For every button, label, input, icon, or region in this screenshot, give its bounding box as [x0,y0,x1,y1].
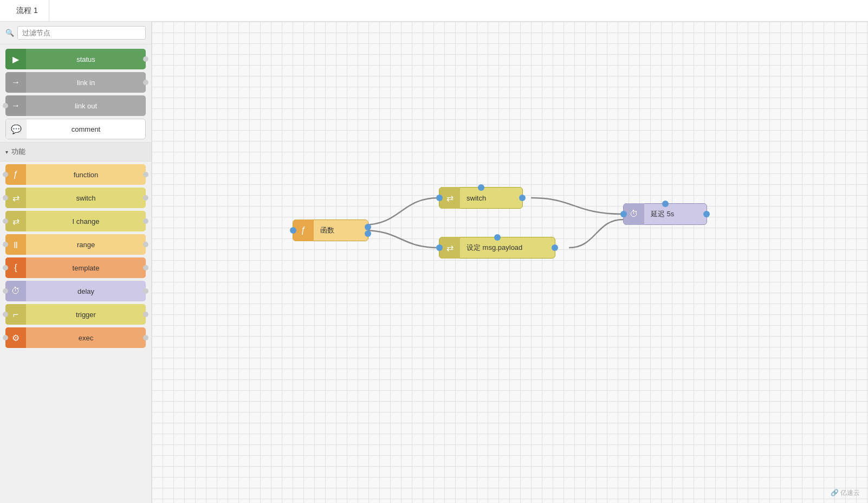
hanshu-port-right[interactable] [365,224,371,230]
hanshu-port-left[interactable] [290,227,296,234]
sidebar-item-change[interactable]: ⇄ I change [5,211,146,231]
change-canvas-label: 设定 msg.payload [460,243,529,253]
sidebar-item-delay[interactable]: ⏱ delay [5,281,146,301]
status-icon: ▶ [5,49,26,69]
sidebar: 🔍 ▶ status → link in → link out 💬 commen… [0,22,152,503]
sidebar-item-label: exec [26,334,146,342]
search-bar: 🔍 [0,22,151,44]
port-right [143,288,148,294]
sidebar-item-label: delay [26,287,146,295]
port-left [3,335,8,340]
port-left [3,103,8,108]
comment-icon: 💬 [6,119,27,139]
port-right [143,172,148,177]
watermark: 🔗 亿速云 [831,488,860,498]
link-out-icon: → [5,95,26,116]
port-left [3,242,8,247]
switch-port-top[interactable] [478,184,484,191]
template-icon: { [5,257,26,278]
sidebar-item-label: link in [26,79,146,87]
hanshu-label: 函数 [314,225,341,235]
watermark-icon: 🔗 [831,489,839,496]
flow-node-change[interactable]: ⇄ 设定 msg.payload [439,237,555,259]
flow-canvas[interactable]: ƒ 函数 ⇄ switch ⇄ 设定 msg.payload ⏱ [152,22,868,503]
sidebar-item-comment[interactable]: 💬 comment [5,119,146,139]
port-left [3,312,8,317]
sidebar-item-label: I change [26,217,146,225]
sidebar-item-label: switch [26,194,146,202]
delay-canvas-label: 延迟 5s [644,209,681,219]
flow-node-hanshu[interactable]: ƒ 函数 [293,220,368,241]
section-header-function[interactable]: ▾ 功能 [0,142,151,162]
connections-svg [152,22,868,503]
sidebar-item-label: range [26,241,146,249]
port-left [3,218,8,224]
sidebar-item-link-in[interactable]: → link in [5,72,146,93]
search-icon: 🔍 [5,29,14,37]
chevron-icon: ▾ [5,149,8,155]
sidebar-item-label: status [26,55,146,63]
port-left [3,265,8,270]
port-right [143,265,148,270]
change-port-top[interactable] [494,234,501,241]
delay-icon: ⏱ [5,281,26,301]
sidebar-item-link-out[interactable]: → link out [5,95,146,116]
port-left [3,172,8,177]
main-layout: 🔍 ▶ status → link in → link out 💬 commen… [0,22,868,503]
sidebar-item-status[interactable]: ▶ status [5,49,146,69]
delay-port-right[interactable] [703,211,710,217]
sidebar-item-label: function [26,171,146,179]
sidebar-item-label: template [26,264,146,272]
sidebar-item-range[interactable]: || range [5,234,146,255]
search-input[interactable] [17,26,146,40]
switch-canvas-label: switch [460,194,493,202]
switch-port-left[interactable] [436,195,443,201]
sidebar-item-label: comment [27,125,145,133]
sidebar-item-label: link out [26,102,146,110]
range-icon: || [5,234,26,255]
port-right [143,312,148,317]
port-left [3,288,8,294]
hanshu-port-right2[interactable] [365,230,371,237]
sidebar-item-trigger[interactable]: ⌐ trigger [5,304,146,325]
port-right [143,218,148,224]
port-right [143,80,148,85]
sidebar-item-exec[interactable]: ⚙ exec [5,327,146,348]
link-in-icon: → [5,72,26,93]
delay-port-left[interactable] [620,211,627,217]
port-left [3,195,8,201]
change-icon: ⇄ [5,211,26,231]
section-label: 功能 [11,147,25,157]
change-port-left[interactable] [436,244,443,251]
switch-icon: ⇄ [5,188,26,208]
trigger-icon: ⌐ [5,304,26,325]
change-port-right[interactable] [552,244,558,251]
flow-node-switch[interactable]: ⇄ switch [439,187,523,209]
port-right [143,242,148,247]
watermark-text: 亿速云 [840,489,860,496]
delay-port-top[interactable] [662,201,669,207]
port-right [143,56,148,62]
switch-port-right[interactable] [519,195,526,201]
exec-icon: ⚙ [5,327,26,348]
port-right [143,335,148,340]
sidebar-item-template[interactable]: { template [5,257,146,278]
sidebar-item-function[interactable]: ƒ function [5,164,146,185]
function-icon: ƒ [5,164,26,185]
sidebar-item-switch[interactable]: ⇄ switch [5,188,146,208]
header: 流程 1 [0,0,868,22]
port-right [143,195,148,201]
flow-tab[interactable]: 流程 1 [5,0,49,21]
flow-node-delay[interactable]: ⏱ 延迟 5s [623,203,707,225]
sidebar-item-label: trigger [26,311,146,319]
